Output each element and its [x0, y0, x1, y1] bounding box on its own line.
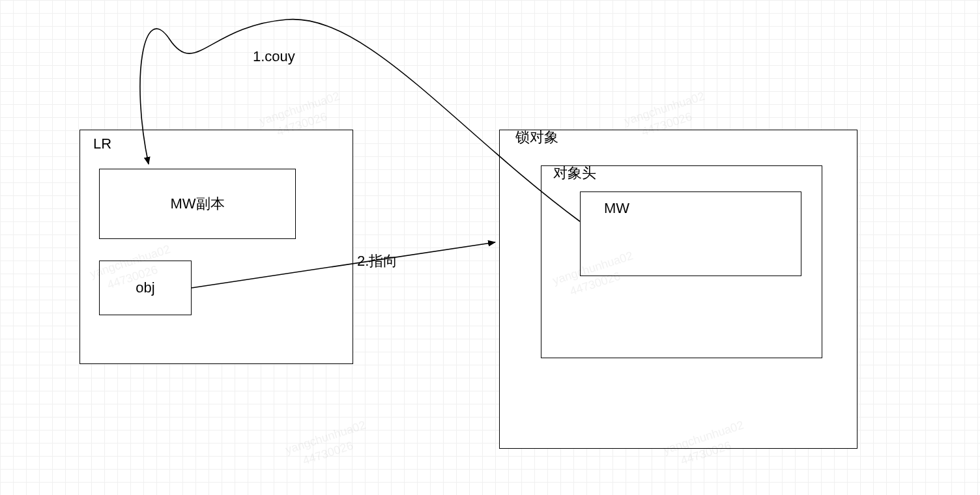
mw-box: MW: [580, 191, 801, 276]
lr-box: LR: [79, 130, 353, 364]
mw-copy-box: MW副本: [99, 169, 296, 239]
copy-arrow-label: 1.couy: [253, 48, 295, 65]
point-arrow-label: 2.指向: [357, 251, 397, 271]
obj-box: obj: [99, 261, 192, 315]
obj-label: obj: [136, 279, 154, 296]
lock-object-title: 锁对象: [515, 128, 558, 147]
mw-label: MW: [604, 200, 629, 217]
object-header-title: 对象头: [553, 163, 596, 183]
lr-title: LR: [93, 135, 111, 152]
mw-copy-label: MW副本: [170, 194, 224, 214]
watermark-3: yangchunhua02 44730026: [267, 403, 377, 491]
diagram-canvas: LR MW副本 obj 锁对象 对象头 MW 1.couy 2.指向 yangc…: [0, 0, 980, 495]
